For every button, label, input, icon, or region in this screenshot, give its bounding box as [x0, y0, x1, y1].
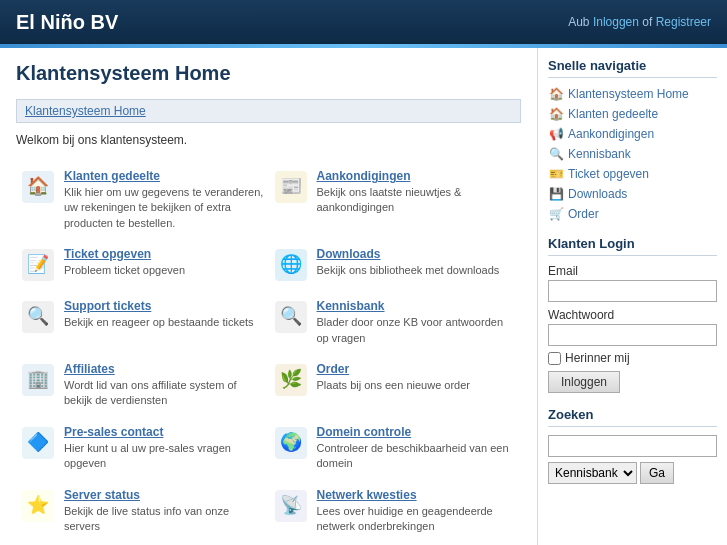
- presales-desc: Hier kunt u al uw pre-sales vragen opgev…: [64, 441, 265, 472]
- search-dropdown[interactable]: Kennisbank: [548, 462, 637, 484]
- feature-item-server: ⭐Server statusBekijk de live status info…: [16, 480, 269, 543]
- aankondigingen-text: AankondigingenBekijk ons laatste nieuwtj…: [317, 169, 518, 216]
- sidebar-icon-user: 🏠: [548, 106, 564, 122]
- domein-icon: 🌍: [273, 425, 309, 461]
- netwerk-desc: Lees over huidige en geagendeerde netwer…: [317, 504, 518, 535]
- aankondigingen-icon: 📰: [273, 169, 309, 205]
- login-button[interactable]: Inloggen: [548, 371, 620, 393]
- order-icon: 🌿: [273, 362, 309, 398]
- sidebar-item-0: 🏠Klantensysteem Home: [548, 86, 717, 102]
- svg-text:📰: 📰: [280, 175, 303, 197]
- svg-text:📝: 📝: [27, 253, 50, 275]
- sidebar-nav: 🏠Klantensysteem Home🏠Klanten gedeelte📢Aa…: [548, 86, 717, 222]
- order-title[interactable]: Order: [317, 362, 470, 376]
- svg-text:🔷: 🔷: [27, 431, 50, 453]
- ticket-desc: Probleem ticket opgeven: [64, 263, 185, 278]
- sidebar-item-1: 🏠Klanten gedeelte: [548, 106, 717, 122]
- feature-item-klanten: 🏠Klanten gedeelteKlik hier om uw gegeven…: [16, 161, 269, 239]
- welcome-text: Welkom bij ons klantensysteem.: [16, 133, 521, 147]
- aankondigingen-title[interactable]: Aankondigingen: [317, 169, 518, 183]
- klanten-text: Klanten gedeelteKlik hier om uw gegevens…: [64, 169, 265, 231]
- remember-row: Herinner mij: [548, 351, 717, 365]
- downloads-text: DownloadsBekijk ons bibliotheek met down…: [317, 247, 500, 278]
- ticket-title[interactable]: Ticket opgeven: [64, 247, 185, 261]
- sidebar-link-4[interactable]: Ticket opgeven: [568, 167, 649, 181]
- sidebar-item-3: 🔍Kennisbank: [548, 146, 717, 162]
- svg-text:🔍: 🔍: [280, 305, 303, 327]
- feature-item-aankondigingen: 📰AankondigingenBekijk ons laatste nieuwt…: [269, 161, 522, 239]
- downloads-desc: Bekijk ons bibliotheek met downloads: [317, 263, 500, 278]
- feature-item-kennisbank: 🔍KennisbankBlader door onze KB voor antw…: [269, 291, 522, 354]
- downloads-icon: 🌐: [273, 247, 309, 283]
- email-input[interactable]: [548, 280, 717, 302]
- header: El Niño BV Aub Inloggen of Registreer: [0, 0, 727, 44]
- remember-checkbox[interactable]: [548, 352, 561, 365]
- svg-text:🌿: 🌿: [280, 368, 303, 390]
- sidebar-nav-title: Snelle navigatie: [548, 58, 717, 78]
- main-container: Klantensysteem Home Klantensysteem Home …: [0, 48, 727, 545]
- login-section: Email Wachtwoord Herinner mij Inloggen: [548, 264, 717, 393]
- search-input[interactable]: [548, 435, 717, 457]
- feature-item-domein: 🌍Domein controleControleer de beschikbaa…: [269, 417, 522, 480]
- server-desc: Bekijk de live status info van onze serv…: [64, 504, 265, 535]
- sidebar-link-2[interactable]: Aankondigingen: [568, 127, 654, 141]
- klanten-icon: 🏠: [20, 169, 56, 205]
- svg-text:🌐: 🌐: [280, 253, 303, 275]
- svg-text:🏢: 🏢: [27, 368, 50, 390]
- feature-item-support: 🔍Support ticketsBekijk en reageer op bes…: [16, 291, 269, 354]
- klanten-title[interactable]: Klanten gedeelte: [64, 169, 265, 183]
- sidebar-login-title: Klanten Login: [548, 236, 717, 256]
- sidebar-link-1[interactable]: Klanten gedeelte: [568, 107, 658, 121]
- feature-item-netwerk: 📡Netwerk kwestiesLees over huidige en ge…: [269, 480, 522, 543]
- sidebar-icon-download: 💾: [548, 186, 564, 202]
- header-or: of: [642, 15, 652, 29]
- feature-item-downloads: 🌐DownloadsBekijk ons bibliotheek met dow…: [269, 239, 522, 291]
- kennisbank-title[interactable]: Kennisbank: [317, 299, 518, 313]
- header-login-link[interactable]: Inloggen: [593, 15, 639, 29]
- affiliates-icon: 🏢: [20, 362, 56, 398]
- support-title[interactable]: Support tickets: [64, 299, 254, 313]
- password-input[interactable]: [548, 324, 717, 346]
- affiliates-desc: Wordt lid van ons affiliate system of be…: [64, 378, 265, 409]
- kennisbank-text: KennisbankBlader door onze KB voor antwo…: [317, 299, 518, 346]
- remember-label: Herinner mij: [565, 351, 630, 365]
- server-text: Server statusBekijk de live status info …: [64, 488, 265, 535]
- breadcrumb-link[interactable]: Klantensysteem Home: [25, 104, 146, 118]
- features-grid: 🏠Klanten gedeelteKlik hier om uw gegeven…: [16, 161, 521, 542]
- sidebar-link-3[interactable]: Kennisbank: [568, 147, 631, 161]
- sidebar-link-5[interactable]: Downloads: [568, 187, 627, 201]
- downloads-title[interactable]: Downloads: [317, 247, 500, 261]
- order-text: OrderPlaats bij ons een nieuwe order: [317, 362, 470, 393]
- breadcrumb: Klantensysteem Home: [16, 99, 521, 123]
- sidebar-link-0[interactable]: Klantensysteem Home: [568, 87, 689, 101]
- email-label: Email: [548, 264, 717, 278]
- server-icon: ⭐: [20, 488, 56, 524]
- header-register-link[interactable]: Registreer: [656, 15, 711, 29]
- feature-item-presales: 🔷Pre-sales contactHier kunt u al uw pre-…: [16, 417, 269, 480]
- sidebar-item-6: 🛒Order: [548, 206, 717, 222]
- klanten-desc: Klik hier om uw gegevens te veranderen, …: [64, 185, 265, 231]
- svg-text:🏠: 🏠: [27, 175, 50, 197]
- server-title[interactable]: Server status: [64, 488, 265, 502]
- presales-icon: 🔷: [20, 425, 56, 461]
- kennisbank-icon: 🔍: [273, 299, 309, 335]
- netwerk-text: Netwerk kwestiesLees over huidige en gea…: [317, 488, 518, 535]
- affiliates-text: AffiliatesWordt lid van ons affiliate sy…: [64, 362, 265, 409]
- sidebar-icon-ticket: 🎫: [548, 166, 564, 182]
- search-go-button[interactable]: Ga: [640, 462, 674, 484]
- search-section: Kennisbank Ga: [548, 435, 717, 484]
- domein-title[interactable]: Domein controle: [317, 425, 518, 439]
- netwerk-title[interactable]: Netwerk kwesties: [317, 488, 518, 502]
- header-links: Aub Inloggen of Registreer: [568, 15, 711, 29]
- sidebar-item-4: 🎫Ticket opgeven: [548, 166, 717, 182]
- sidebar-link-6[interactable]: Order: [568, 207, 599, 221]
- ticket-icon: 📝: [20, 247, 56, 283]
- svg-text:📡: 📡: [280, 494, 303, 516]
- affiliates-title[interactable]: Affiliates: [64, 362, 265, 376]
- page-title: Klantensysteem Home: [16, 62, 521, 89]
- support-desc: Bekijk en reageer op bestaande tickets: [64, 315, 254, 330]
- domein-desc: Controleer de beschikbaarheid van een do…: [317, 441, 518, 472]
- sidebar-search-title: Zoeken: [548, 407, 717, 427]
- presales-title[interactable]: Pre-sales contact: [64, 425, 265, 439]
- svg-text:🌍: 🌍: [280, 431, 303, 453]
